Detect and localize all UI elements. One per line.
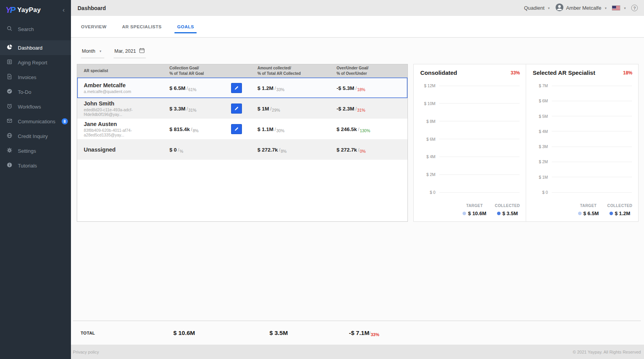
over-under-cell: $ 246.5k/130%: [337, 126, 407, 133]
col-header-specialist: AR specialist: [77, 68, 169, 74]
collapse-sidebar-icon[interactable]: ‹: [61, 6, 66, 14]
chart-title: Consolidated: [420, 69, 457, 76]
sidebar-item-todo[interactable]: To-Do: [0, 85, 71, 99]
search-label: Search: [18, 26, 34, 32]
language-selector[interactable]: ▾: [612, 5, 626, 10]
collected-cell: $ 272.7k/8%: [257, 146, 337, 153]
filters: Month ▾ Mar, 2021: [81, 47, 146, 58]
total-collected: $ 3.5M: [269, 330, 288, 337]
tab-overview[interactable]: OVERVIEW: [81, 24, 107, 29]
check-circle-icon: [7, 88, 12, 95]
y-axis-tick: $ 8M: [420, 119, 520, 124]
over-under-cell: -$ 5.3M/18%: [337, 85, 407, 91]
sidebar-item-credit-inquiry[interactable]: Credit Inquiry: [0, 129, 71, 143]
sidebar-item-label: Workflows: [18, 104, 41, 110]
edit-goal-button[interactable]: [231, 124, 242, 134]
y-axis-tick: $ 12M: [420, 83, 520, 88]
over-under-cell: -$ 2.3M/31%: [337, 105, 407, 112]
table-row[interactable]: Unassigned $ 0/% $ 272.7k/8% $ 272.7k/0%: [77, 139, 407, 160]
target-dot-icon: [463, 212, 466, 215]
company-name: Quadient: [524, 5, 545, 11]
y-axis-tick: $ 0: [532, 190, 632, 195]
period-select[interactable]: Month ▾: [81, 47, 104, 58]
goals-content: Month ▾ Mar, 2021 AR specialist Collecti…: [71, 38, 644, 359]
y-axis-tick: $ 2M: [532, 159, 632, 164]
edit-goal-button[interactable]: [231, 104, 242, 114]
sidebar-item-tutorials[interactable]: Tutorials: [0, 158, 71, 173]
specialist-name: Amber Metcalfe: [84, 82, 169, 88]
edit-goal-button[interactable]: [231, 83, 242, 93]
us-flag-icon: [612, 5, 620, 10]
topbar-right: Quadient ▾ Amber Metcalfe ▾ ▾ ?: [524, 3, 638, 13]
ar-specialists-goals-table: AR specialist Collection Goal/ % of Tota…: [77, 64, 408, 222]
privacy-policy-link[interactable]: Privacy policy: [73, 350, 99, 354]
dashboard-tabs: OVERVIEW AR SPECIALISTS GOALS: [71, 16, 644, 38]
goal-cell: $ 6.5M/61%: [169, 85, 231, 91]
y-axis-tick: $ 6M: [532, 98, 632, 103]
sidebar-item-dashboard[interactable]: Dashboard: [0, 40, 71, 55]
sidebar-item-label: Aging Report: [18, 60, 47, 66]
help-button[interactable]: ?: [631, 5, 638, 11]
y-axis-tick: $ 1M: [532, 175, 632, 180]
page-title: Dashboard: [78, 5, 106, 11]
sidebar-item-label: Credit Inquiry: [18, 133, 48, 139]
company-selector[interactable]: Quadient ▾: [524, 5, 550, 11]
sidebar-item-label: Tutorials: [18, 163, 37, 169]
specialist-name: John Smith: [84, 100, 169, 107]
tab-goals[interactable]: GOALS: [177, 24, 194, 29]
gear-icon: [7, 147, 12, 154]
user-menu[interactable]: Amber Metcalfe ▾: [555, 3, 607, 13]
period-value: Month: [82, 48, 95, 54]
y-axis-tick: $ 0: [420, 190, 520, 195]
sidebar-item-workflows[interactable]: Workflows: [0, 99, 71, 114]
sidebar-search[interactable]: Search: [0, 20, 71, 37]
total-over-under: -$ 7.1M/33%: [349, 330, 379, 337]
sidebar-item-settings[interactable]: Settings: [0, 143, 71, 158]
y-axis-tick: $ 4M: [532, 129, 632, 134]
selected-specialist-chart: Selected AR Specialist 18% $ 7M$ 6M$ 5M$…: [526, 64, 638, 221]
y-axis-tick: $ 2M: [420, 172, 520, 177]
goal-cell: $ 0/%: [169, 146, 231, 153]
date-value: Mar, 2021: [114, 48, 136, 54]
table-row[interactable]: Amber Metcalfe a.metcalfe@quadient.com $…: [77, 78, 407, 98]
chart-percent: 18%: [623, 70, 632, 76]
goal-charts-card: Consolidated 33% $ 12M$ 10M$ 8M$ 6M$ 4M$…: [413, 64, 639, 222]
y-axis-tick: $ 5M: [532, 114, 632, 119]
consolidated-chart: Consolidated 33% $ 12M$ 10M$ 8M$ 6M$ 4M$…: [414, 64, 526, 221]
y-axis-tick: $ 7M: [532, 83, 632, 88]
topbar: Dashboard Quadient ▾ Amber Metcalfe ▾ ▾ …: [71, 0, 644, 16]
tab-ar-specialists[interactable]: AR SPECIALISTS: [122, 24, 162, 29]
communications-badge: 8: [62, 118, 68, 124]
collected-cell: $ 1M/29%: [257, 105, 337, 112]
specialist-email: a.metcalfe@quadient.com: [84, 89, 169, 94]
legend-collected: COLLECTED $ 1.2M: [607, 204, 632, 216]
sidebar-item-invoices[interactable]: Invoices: [0, 70, 71, 85]
envelope-icon: [7, 118, 12, 125]
collected-cell: $ 1.1M/30%: [257, 126, 337, 133]
chart-legend: TARGET $ 10.6M COLLECTED $ 3.5M: [463, 204, 520, 216]
sidebar-nav: Dashboard Aging Report Invoices To-Do: [0, 40, 71, 173]
chevron-down-icon: ▾: [605, 6, 607, 10]
legend-collected: COLLECTED $ 3.5M: [495, 204, 520, 216]
chevron-down-icon: ▾: [548, 6, 550, 10]
goal-cell: $ 815.4k/8%: [169, 126, 231, 133]
search-icon: [7, 26, 12, 33]
date-picker[interactable]: Mar, 2021: [114, 47, 146, 58]
sidebar-item-label: Dashboard: [18, 45, 43, 51]
user-name: Amber Metcalfe: [566, 5, 601, 11]
sidebar-item-communications[interactable]: Communications 8: [0, 114, 71, 129]
chart-percent: 33%: [511, 70, 520, 76]
table-row[interactable]: Jane Austen 83f8b409-620b-4011-af74-a28e…: [77, 119, 407, 139]
table-header: AR specialist Collection Goal/ % of Tota…: [77, 64, 407, 78]
specialist-email: eded8d20-c11e-493a-adcf-f4de9db0f196@yay…: [84, 107, 169, 117]
sidebar: YP YayPay ‹ Search Dashboard Aging Repor…: [0, 0, 71, 359]
col-header-goal: Collection Goal/ % of Total AR Goal: [169, 66, 231, 77]
chevron-down-icon: ▾: [624, 6, 626, 10]
avatar-icon: [555, 3, 564, 13]
chevron-down-icon: ▾: [100, 49, 102, 53]
y-axis-tick: $ 6M: [420, 137, 520, 142]
table-row[interactable]: John Smith eded8d20-c11e-493a-adcf-f4de9…: [77, 98, 407, 119]
over-under-cell: $ 272.7k/0%: [337, 146, 407, 153]
sidebar-item-aging-report[interactable]: Aging Report: [0, 55, 71, 70]
pie-chart-icon: [7, 44, 12, 51]
